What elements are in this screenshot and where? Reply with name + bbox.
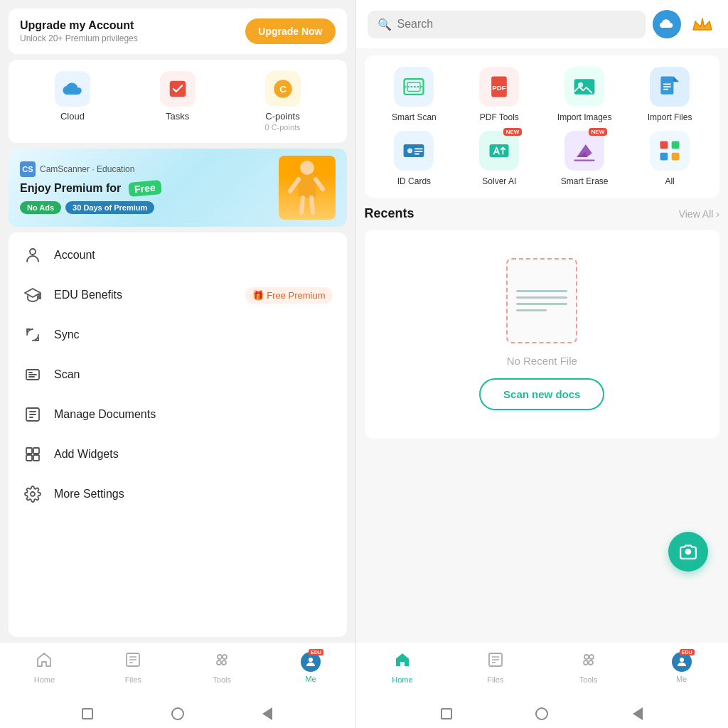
svg-line-7 bbox=[301, 198, 303, 213]
menu-item-edu-benefits[interactable]: EDU Benefits 🎁 Free Premium bbox=[9, 275, 347, 315]
doc-line-3 bbox=[516, 303, 567, 305]
smart-erase-label: Smart Erase bbox=[561, 176, 609, 186]
nav-me-right[interactable]: EDU Me bbox=[635, 652, 728, 683]
solver-ai-icon-wrapper: NEW bbox=[479, 131, 519, 171]
tool-import-files[interactable]: Import Files bbox=[631, 67, 708, 122]
menu-item-add-widgets[interactable]: Add Widgets bbox=[9, 434, 347, 474]
edu-tags: No Ads 30 Days of Premium bbox=[20, 201, 279, 214]
cloud-button[interactable] bbox=[653, 10, 681, 38]
no-recent-text: No Recent File bbox=[507, 355, 577, 367]
quick-action-cpoints[interactable]: C C-points 0 C-points bbox=[264, 71, 300, 132]
edu-banner-content: CS CamScanner · Education Enjoy Premium … bbox=[20, 161, 279, 214]
no-recent-container: No Recent File Scan new docs bbox=[365, 230, 719, 439]
smart-scan-label: Smart Scan bbox=[392, 112, 437, 122]
svg-point-27 bbox=[218, 655, 222, 659]
tool-import-images[interactable]: Import Images bbox=[546, 67, 623, 122]
nav-home-left[interactable]: Home bbox=[0, 651, 89, 684]
tasks-icon bbox=[160, 71, 196, 107]
search-input[interactable] bbox=[397, 18, 636, 31]
me-nav-label-right: Me bbox=[676, 675, 687, 683]
tool-id-cards[interactable]: ID Cards bbox=[376, 131, 453, 186]
right-panel: 🔍 Smart Scan PDF PDF Tools bbox=[356, 0, 728, 728]
sys-circle-left[interactable] bbox=[170, 706, 186, 722]
edu-girl-image bbox=[279, 156, 336, 220]
scan-new-docs-button[interactable]: Scan new docs bbox=[479, 378, 604, 410]
id-cards-label: ID Cards bbox=[397, 176, 431, 186]
nav-me-left[interactable]: EDU Me bbox=[267, 652, 355, 683]
svg-point-44 bbox=[407, 148, 412, 153]
svg-rect-53 bbox=[672, 153, 680, 161]
nav-files-left[interactable]: Files bbox=[89, 651, 178, 684]
edu-logo-text: CamScanner · Education bbox=[40, 164, 134, 174]
cloud-label: Cloud bbox=[60, 111, 85, 122]
cpoints-icon: C bbox=[265, 71, 301, 107]
svg-point-3 bbox=[300, 161, 314, 175]
menu-item-account[interactable]: Account bbox=[9, 235, 347, 275]
svg-text:C: C bbox=[279, 84, 287, 95]
svg-point-30 bbox=[217, 660, 221, 665]
doc-line-1 bbox=[516, 290, 567, 292]
svg-rect-20 bbox=[26, 455, 32, 461]
sys-circle-right[interactable] bbox=[534, 706, 550, 722]
tools-nav-icon-right bbox=[580, 651, 597, 673]
more-settings-label: More Settings bbox=[54, 488, 333, 500]
import-files-label: Import Files bbox=[648, 112, 692, 122]
edu-tag-no-ads: No Ads bbox=[20, 201, 61, 214]
tool-pdf-tools[interactable]: PDF PDF Tools bbox=[461, 67, 537, 122]
new-badge-solver: NEW bbox=[503, 128, 523, 136]
svg-rect-52 bbox=[660, 153, 668, 161]
tool-solver-ai[interactable]: NEW Solver AI bbox=[461, 131, 537, 186]
menu-item-scan[interactable]: Scan bbox=[9, 355, 347, 395]
svg-rect-18 bbox=[26, 448, 32, 454]
camera-fab[interactable] bbox=[668, 532, 708, 572]
upgrade-text: Upgrade my Account Unlock 20+ Premium pr… bbox=[20, 19, 138, 43]
menu-list: Account EDU Benefits 🎁 Free Premium Sync… bbox=[9, 232, 347, 637]
nav-home-right[interactable]: Home bbox=[356, 651, 449, 684]
quick-action-tasks[interactable]: Tasks bbox=[160, 71, 196, 132]
cloud-icon bbox=[55, 71, 90, 107]
home-nav-icon-left bbox=[36, 651, 53, 673]
cpoints-label: C-points bbox=[265, 111, 299, 122]
left-panel: Upgrade my Account Unlock 20+ Premium pr… bbox=[0, 0, 355, 728]
svg-rect-39 bbox=[660, 77, 673, 95]
edu-banner[interactable]: CS CamScanner · Education Enjoy Premium … bbox=[9, 149, 347, 227]
upgrade-button[interactable]: Upgrade Now bbox=[245, 18, 335, 44]
menu-item-sync[interactable]: Sync bbox=[9, 315, 347, 355]
menu-item-manage-docs[interactable]: Manage Documents bbox=[9, 395, 347, 434]
upgrade-title: Upgrade my Account bbox=[20, 19, 138, 32]
new-badge-erase: NEW bbox=[589, 128, 608, 136]
tools-grid: Smart Scan PDF PDF Tools Import Images bbox=[376, 67, 708, 186]
tool-smart-erase[interactable]: NEW Smart Erase bbox=[546, 131, 623, 186]
scan-label: Scan bbox=[54, 368, 333, 381]
files-nav-label-left: Files bbox=[125, 675, 141, 684]
tool-all[interactable]: All bbox=[631, 131, 708, 186]
all-label: All bbox=[665, 176, 674, 186]
free-premium-text: Free Premium bbox=[267, 290, 325, 301]
nav-tools-right[interactable]: Tools bbox=[542, 651, 635, 684]
search-bar[interactable]: 🔍 bbox=[368, 11, 646, 38]
quick-action-cloud[interactable]: Cloud bbox=[55, 71, 90, 132]
svg-point-9 bbox=[30, 249, 36, 255]
menu-item-more-settings[interactable]: More Settings bbox=[9, 474, 347, 514]
svg-point-29 bbox=[223, 655, 227, 659]
svg-rect-21 bbox=[33, 455, 39, 461]
bottom-nav-right: Home Files Tools EDU Me bbox=[356, 643, 728, 700]
sys-square-left[interactable] bbox=[80, 706, 95, 722]
nav-files-right[interactable]: Files bbox=[449, 651, 542, 684]
me-avatar: EDU bbox=[301, 652, 321, 672]
sys-square-right[interactable] bbox=[439, 706, 454, 722]
fab-container bbox=[356, 603, 728, 643]
add-widgets-icon bbox=[23, 444, 43, 464]
nav-tools-left[interactable]: Tools bbox=[178, 651, 267, 684]
more-settings-icon bbox=[23, 484, 43, 504]
tool-smart-scan[interactable]: Smart Scan bbox=[376, 67, 453, 122]
tools-nav-label-right: Tools bbox=[579, 675, 598, 684]
sys-back-right[interactable] bbox=[630, 706, 646, 722]
cpoints-sub: 0 C-points bbox=[264, 123, 300, 132]
edu-headline: Enjoy Premium for Free bbox=[20, 181, 279, 196]
svg-point-63 bbox=[680, 658, 684, 662]
tools-nav-label-left: Tools bbox=[213, 675, 231, 684]
premium-crown-button[interactable] bbox=[688, 10, 717, 38]
view-all-link[interactable]: View All › bbox=[679, 208, 719, 220]
sys-back-left[interactable] bbox=[259, 706, 275, 722]
